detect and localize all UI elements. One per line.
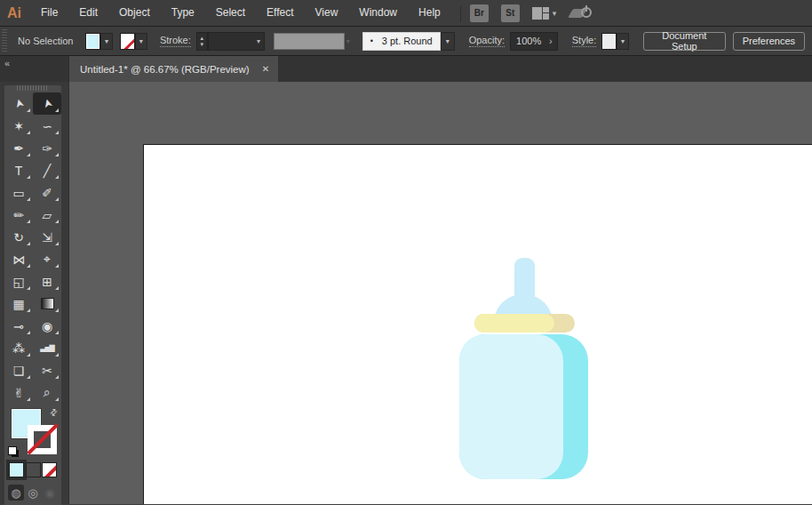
stepper-down-icon[interactable]: ▾: [201, 41, 204, 47]
lasso-tool[interactable]: ∽: [33, 115, 61, 137]
menu-item-type[interactable]: Type: [161, 0, 205, 26]
pencil-tool[interactable]: ✏: [4, 204, 33, 226]
stroke-weight-dropdown[interactable]: ▾: [208, 32, 265, 51]
mesh-tool[interactable]: ▦: [4, 293, 33, 315]
style-dropdown[interactable]: ▾: [617, 33, 629, 50]
brush-definition-dropdown[interactable]: ▾: [441, 32, 455, 51]
magic-wand-tool-icon: ✶: [13, 119, 24, 133]
menu-item-effect[interactable]: Effect: [256, 0, 304, 26]
menu-items: FileEditObjectTypeSelectEffectViewWindow…: [30, 0, 451, 26]
document-tab[interactable]: Untitled-1* @ 66.67% (RGB/Preview) ✕: [69, 56, 278, 82]
workspace-switcher[interactable]: ▾: [532, 7, 557, 20]
eraser-tool[interactable]: ▱: [33, 204, 61, 226]
document-setup-button[interactable]: Document Setup: [643, 32, 726, 51]
artboard-tool[interactable]: ❏: [4, 359, 33, 381]
chevron-down-icon: ▾: [257, 37, 260, 45]
menu-item-help[interactable]: Help: [408, 0, 451, 26]
chevron-down-icon: ▾: [446, 37, 450, 45]
gradient-button[interactable]: [26, 462, 41, 477]
stepper-up-icon[interactable]: ▴: [201, 35, 204, 41]
pencil-tool-icon: ✏: [13, 208, 24, 222]
slice-tool[interactable]: ✂: [33, 359, 61, 381]
symbol-sprayer-tool[interactable]: ⁂: [4, 337, 33, 359]
chevron-down-icon: ▾: [105, 37, 108, 45]
rectangle-tool[interactable]: ▭: [4, 181, 33, 204]
width-tool[interactable]: ⋈: [4, 248, 33, 270]
menu-item-view[interactable]: View: [305, 0, 349, 26]
perspective-grid-tool[interactable]: ⊞: [33, 270, 61, 293]
shape-builder-tool[interactable]: ◱: [4, 270, 33, 293]
canvas-area[interactable]: [69, 82, 812, 504]
scale-tool[interactable]: ⇲: [33, 226, 61, 248]
puppet-warp-tool-icon: ⌖: [44, 252, 51, 267]
draw-normal-mode[interactable]: ◍: [8, 485, 24, 501]
opacity-field[interactable]: 100% ›: [510, 32, 558, 51]
menu-item-edit[interactable]: Edit: [68, 0, 108, 26]
brush-definition-value[interactable]: • 3 pt. Round: [362, 32, 441, 51]
menu-item-window[interactable]: Window: [348, 0, 408, 26]
gradient-tool-icon: [41, 298, 54, 309]
illustrator-logo: Ai: [0, 5, 30, 21]
magic-wand-tool[interactable]: ✶: [4, 115, 33, 137]
collapse-panel-button[interactable]: «: [0, 56, 68, 82]
rotate-tool[interactable]: ↻: [4, 226, 33, 248]
rectangle-tool-icon: ▭: [12, 186, 24, 200]
selection-tool[interactable]: ➤: [33, 92, 61, 115]
type-tool[interactable]: T: [4, 159, 33, 181]
scale-tool-icon: ⇲: [42, 230, 52, 244]
panel-drag-grip[interactable]: [17, 85, 49, 91]
fill-stroke-indicator: ⇄: [4, 407, 61, 459]
control-bar: No Selection ▾ ▾ Stroke: ▴ ▾ ▾ ▾ • 3 pt.…: [0, 27, 812, 56]
default-fill-stroke-icon[interactable]: [8, 446, 19, 457]
gradient-tool[interactable]: [33, 293, 61, 315]
menu-item-object[interactable]: Object: [108, 0, 161, 26]
menu-item-file[interactable]: File: [30, 0, 68, 26]
style-label[interactable]: Style:: [572, 35, 597, 47]
blend-tool[interactable]: ◉: [33, 315, 61, 337]
none-button[interactable]: [42, 462, 57, 477]
menu-bar: Ai FileEditObjectTypeSelectEffectViewWin…: [0, 0, 812, 27]
document-tab-title: Untitled-1* @ 66.67% (RGB/Preview): [80, 64, 250, 75]
panel-grip[interactable]: [2, 29, 7, 52]
style-swatch[interactable]: [601, 33, 617, 50]
menu-item-select[interactable]: Select: [205, 0, 256, 26]
line-segment-tool[interactable]: ╱: [33, 159, 61, 181]
hand-tool-icon: ✌: [13, 386, 24, 400]
curvature-tool[interactable]: ✑: [33, 137, 61, 159]
close-icon[interactable]: ✕: [262, 64, 269, 74]
color-button[interactable]: [9, 462, 24, 477]
direct-selection-tool-icon: ➤: [11, 97, 26, 109]
drawing-mode-buttons: ◍◎◉: [4, 477, 61, 501]
swap-fill-stroke-icon[interactable]: ⇄: [47, 406, 60, 419]
pen-tool[interactable]: ✒: [4, 137, 33, 159]
stroke-color-dropdown[interactable]: ▾: [135, 33, 147, 50]
brush-definition-combo[interactable]: • 3 pt. Round ▾: [362, 32, 455, 51]
zoom-tool[interactable]: ⌕: [33, 381, 61, 404]
fill-color-swatch[interactable]: [85, 33, 100, 50]
artboard[interactable]: [143, 144, 812, 504]
hand-tool[interactable]: ✌: [4, 381, 33, 404]
bridge-button[interactable]: Br: [470, 4, 489, 22]
selection-tool-icon: ➤: [39, 97, 54, 109]
zoom-tool-icon: ⌕: [44, 385, 51, 400]
eyedropper-tool[interactable]: ⊸: [4, 315, 33, 337]
draw-behind-mode[interactable]: ◎: [25, 485, 41, 501]
stroke-indicator[interactable]: [28, 425, 57, 454]
direct-selection-tool[interactable]: ➤: [4, 92, 33, 115]
paintbrush-tool-icon: ✐: [42, 186, 52, 200]
puppet-warp-tool[interactable]: ⌖: [33, 248, 61, 270]
stroke-color-swatch[interactable]: [120, 33, 135, 50]
paintbrush-tool[interactable]: ✐: [33, 181, 61, 204]
sync-status-icon[interactable]: [570, 5, 593, 21]
fill-color-dropdown[interactable]: ▾: [100, 33, 113, 50]
brush-preview-dot: •: [370, 36, 373, 45]
stroke-label[interactable]: Stroke:: [160, 35, 191, 47]
opacity-label[interactable]: Opacity:: [469, 35, 505, 47]
column-graph-tool[interactable]: ▃▅▇: [33, 337, 61, 359]
preferences-button[interactable]: Preferences: [733, 32, 805, 51]
shape-builder-tool-icon: ◱: [12, 275, 24, 289]
stock-button[interactable]: St: [501, 4, 520, 22]
stroke-weight-stepper[interactable]: ▴ ▾: [196, 32, 208, 51]
chevron-down-icon: ▾: [346, 37, 350, 45]
power-icon: [581, 7, 592, 18]
